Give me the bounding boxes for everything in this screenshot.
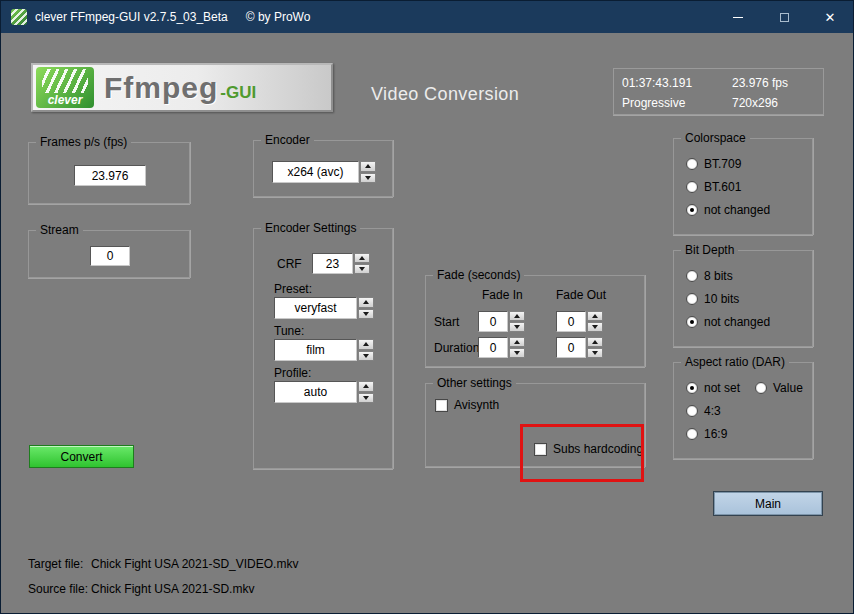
logo-main-text: Ffmpeg	[104, 71, 218, 105]
preset-up-button[interactable]	[358, 297, 374, 308]
stream-group: Stream	[28, 230, 190, 278]
up-button[interactable]	[509, 311, 525, 321]
fade-in-header: Fade In	[482, 288, 523, 302]
arrow-up-icon	[363, 300, 369, 304]
up-button[interactable]	[509, 337, 525, 347]
maximize-icon	[780, 13, 789, 22]
encoder-group: Encoder x264 (avc)	[253, 140, 393, 197]
radio-icon[interactable]	[686, 428, 698, 440]
preset-down-button[interactable]	[358, 309, 374, 320]
arrow-down-icon	[592, 351, 598, 355]
subs-hardcoding-checkbox[interactable]	[534, 443, 547, 456]
fade-start-in-spinner[interactable]: 0	[478, 311, 525, 332]
radio-icon[interactable]	[686, 382, 698, 394]
down-button[interactable]	[509, 322, 525, 332]
fade-start-out-spinner[interactable]: 0	[556, 311, 603, 332]
close-icon: ✕	[825, 11, 836, 24]
encoder-combo[interactable]: x264 (avc)	[272, 161, 376, 183]
source-file-row: Source file: Chick Fight USA 2021-SD.mkv	[28, 582, 254, 596]
radio-not-set[interactable]: not set	[686, 381, 740, 395]
subs-hardcoding-checkbox-row[interactable]: Subs hardcoding	[534, 442, 643, 456]
up-button[interactable]	[587, 337, 603, 347]
fade-duration-in-value[interactable]: 0	[478, 337, 508, 358]
radio-icon[interactable]	[686, 204, 698, 216]
fade-group: Fade (seconds) Fade In Fade Out Start Du…	[425, 275, 645, 367]
radio-icon[interactable]	[686, 316, 698, 328]
arrow-down-icon	[363, 312, 369, 316]
profile-up-button[interactable]	[358, 381, 374, 392]
radio-colorspace-not-changed[interactable]: not changed	[686, 203, 770, 217]
window-title: clever FFmpeg-GUI v2.7.5_03_Beta	[35, 10, 228, 24]
preset-value[interactable]: veryfast	[274, 297, 357, 319]
radio-label: BT.601	[704, 180, 741, 194]
radio-icon[interactable]	[686, 270, 698, 282]
radio-label: 16:9	[704, 427, 727, 441]
crf-spinner[interactable]: 23	[312, 253, 370, 274]
convert-button[interactable]: Convert	[29, 445, 134, 468]
radio-bitdepth-not-changed[interactable]: not changed	[686, 315, 770, 329]
radio-16-9[interactable]: 16:9	[686, 427, 727, 441]
radio-10bits[interactable]: 10 bits	[686, 292, 739, 306]
bit-depth-group-label: Bit Depth	[681, 243, 738, 257]
colorspace-group-label: Colorspace	[681, 131, 750, 145]
radio-value[interactable]: Value	[755, 381, 803, 395]
fade-start-in-value[interactable]: 0	[478, 311, 508, 332]
arrow-up-icon	[514, 314, 520, 318]
fade-duration-label: Duration	[434, 341, 479, 355]
stream-input[interactable]	[90, 246, 130, 266]
radio-bt709[interactable]: BT.709	[686, 157, 741, 171]
preset-updown	[358, 297, 374, 319]
avisynth-checkbox-row[interactable]: Avisynth	[435, 398, 499, 412]
fps-input[interactable]	[74, 165, 146, 186]
arrow-up-icon	[592, 314, 598, 318]
avisynth-checkbox[interactable]	[435, 399, 448, 412]
source-file-label: Source file:	[28, 582, 91, 596]
fade-duration-out-value[interactable]: 0	[556, 337, 586, 358]
crf-down-button[interactable]	[354, 264, 370, 274]
tune-value[interactable]: film	[274, 339, 357, 361]
up-button[interactable]	[587, 311, 603, 321]
down-button[interactable]	[509, 348, 525, 358]
profile-value[interactable]: auto	[274, 381, 357, 403]
radio-8bits[interactable]: 8 bits	[686, 269, 733, 283]
tune-updown	[358, 339, 374, 361]
aspect-ratio-group-label: Aspect ratio (DAR)	[681, 355, 789, 369]
crf-up-button[interactable]	[354, 253, 370, 263]
tune-up-button[interactable]	[358, 339, 374, 350]
down-button[interactable]	[587, 348, 603, 358]
fade-duration-in-updown	[509, 337, 525, 358]
tune-combo[interactable]: film	[274, 339, 374, 361]
encoder-down-button[interactable]	[360, 173, 376, 184]
source-file-value: Chick Fight USA 2021-SD.mkv	[91, 582, 254, 596]
profile-combo[interactable]: auto	[274, 381, 374, 403]
radio-icon[interactable]	[686, 158, 698, 170]
fade-duration-out-spinner[interactable]: 0	[556, 337, 603, 358]
media-info-panel: 01:37:43.191 23.976 fps Progressive 720x…	[613, 68, 824, 115]
fade-start-out-value[interactable]: 0	[556, 311, 586, 332]
profile-updown	[358, 381, 374, 403]
preset-combo[interactable]: veryfast	[274, 297, 374, 319]
target-file-row: Target file: Chick Fight USA 2021-SD_VID…	[28, 557, 298, 571]
arrow-down-icon	[592, 325, 598, 329]
fade-start-label: Start	[434, 315, 459, 329]
radio-bt601[interactable]: BT.601	[686, 180, 741, 194]
encoder-up-button[interactable]	[360, 161, 376, 172]
minimize-button[interactable]	[715, 1, 761, 33]
radio-icon[interactable]	[686, 405, 698, 417]
close-button[interactable]: ✕	[807, 1, 853, 33]
main-button[interactable]: Main	[713, 491, 823, 516]
arrow-up-icon	[365, 164, 371, 168]
profile-down-button[interactable]	[358, 393, 374, 404]
radio-icon[interactable]	[686, 181, 698, 193]
fade-duration-in-spinner[interactable]: 0	[478, 337, 525, 358]
encoder-value[interactable]: x264 (avc)	[272, 161, 359, 183]
fps-group-label: Frames p/s (fps)	[36, 135, 131, 149]
down-button[interactable]	[587, 322, 603, 332]
fade-group-label: Fade (seconds)	[433, 268, 524, 282]
maximize-button[interactable]	[761, 1, 807, 33]
radio-icon[interactable]	[686, 293, 698, 305]
tune-down-button[interactable]	[358, 351, 374, 362]
radio-icon[interactable]	[755, 382, 767, 394]
crf-value[interactable]: 23	[312, 253, 353, 274]
radio-4-3[interactable]: 4:3	[686, 404, 721, 418]
